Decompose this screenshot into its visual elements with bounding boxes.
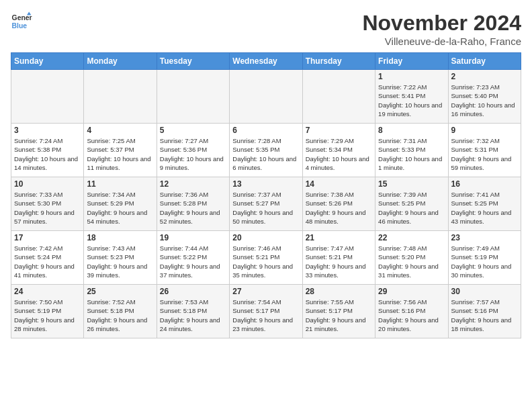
day-cell: 5Sunrise: 7:27 AM Sunset: 5:36 PM Daylig… bbox=[157, 124, 229, 177]
day-info: Sunrise: 7:23 AM Sunset: 5:40 PM Dayligh… bbox=[451, 83, 518, 118]
weekday-header-row: SundayMondayTuesdayWednesdayThursdayFrid… bbox=[11, 53, 521, 70]
day-cell: 29Sunrise: 7:56 AM Sunset: 5:16 PM Dayli… bbox=[375, 285, 448, 338]
day-cell: 23Sunrise: 7:49 AM Sunset: 5:19 PM Dayli… bbox=[448, 231, 521, 285]
day-info: Sunrise: 7:43 AM Sunset: 5:23 PM Dayligh… bbox=[87, 244, 153, 279]
day-number: 15 bbox=[378, 179, 445, 189]
day-number: 6 bbox=[232, 126, 299, 135]
day-cell: 13Sunrise: 7:37 AM Sunset: 5:27 PM Dayli… bbox=[230, 177, 302, 231]
day-number: 26 bbox=[160, 287, 226, 296]
day-number: 27 bbox=[232, 287, 299, 296]
day-cell: 22Sunrise: 7:48 AM Sunset: 5:20 PM Dayli… bbox=[375, 231, 448, 285]
day-cell: 11Sunrise: 7:34 AM Sunset: 5:29 PM Dayli… bbox=[84, 177, 157, 231]
day-number: 11 bbox=[87, 179, 153, 189]
day-cell: 28Sunrise: 7:55 AM Sunset: 5:17 PM Dayli… bbox=[302, 285, 375, 338]
day-cell: 26Sunrise: 7:53 AM Sunset: 5:18 PM Dayli… bbox=[157, 285, 229, 338]
day-info: Sunrise: 7:55 AM Sunset: 5:17 PM Dayligh… bbox=[306, 298, 372, 333]
day-number: 21 bbox=[306, 233, 372, 242]
calendar-table: SundayMondayTuesdayWednesdayThursdayFrid… bbox=[11, 52, 521, 338]
day-info: Sunrise: 7:54 AM Sunset: 5:17 PM Dayligh… bbox=[232, 298, 299, 333]
day-info: Sunrise: 7:31 AM Sunset: 5:33 PM Dayligh… bbox=[378, 136, 445, 172]
day-cell bbox=[230, 70, 302, 124]
day-number: 10 bbox=[14, 179, 81, 189]
day-number: 16 bbox=[451, 179, 518, 189]
day-number: 4 bbox=[87, 126, 153, 135]
day-info: Sunrise: 7:39 AM Sunset: 5:25 PM Dayligh… bbox=[378, 190, 445, 226]
week-row-3: 10Sunrise: 7:33 AM Sunset: 5:30 PM Dayli… bbox=[11, 177, 521, 231]
day-number: 12 bbox=[160, 179, 226, 189]
weekday-header-tuesday: Tuesday bbox=[157, 53, 229, 70]
week-row-2: 3Sunrise: 7:24 AM Sunset: 5:38 PM Daylig… bbox=[11, 124, 521, 177]
day-cell bbox=[157, 70, 229, 124]
day-cell: 3Sunrise: 7:24 AM Sunset: 5:38 PM Daylig… bbox=[11, 124, 84, 177]
day-info: Sunrise: 7:44 AM Sunset: 5:22 PM Dayligh… bbox=[160, 244, 226, 279]
month-title: November 2024 bbox=[362, 11, 521, 36]
day-info: Sunrise: 7:47 AM Sunset: 5:21 PM Dayligh… bbox=[306, 244, 372, 279]
weekday-header-friday: Friday bbox=[375, 53, 448, 70]
day-number: 29 bbox=[378, 287, 445, 296]
day-number: 19 bbox=[160, 233, 226, 242]
day-info: Sunrise: 7:34 AM Sunset: 5:29 PM Dayligh… bbox=[87, 190, 153, 226]
day-info: Sunrise: 7:32 AM Sunset: 5:31 PM Dayligh… bbox=[451, 136, 518, 172]
weekday-header-monday: Monday bbox=[84, 53, 157, 70]
day-number: 5 bbox=[160, 126, 226, 135]
day-cell: 8Sunrise: 7:31 AM Sunset: 5:33 PM Daylig… bbox=[375, 124, 448, 177]
logo: General Blue bbox=[11, 11, 32, 32]
day-info: Sunrise: 7:38 AM Sunset: 5:26 PM Dayligh… bbox=[306, 190, 372, 226]
day-info: Sunrise: 7:25 AM Sunset: 5:37 PM Dayligh… bbox=[87, 136, 153, 172]
svg-text:Blue: Blue bbox=[12, 22, 28, 30]
day-number: 17 bbox=[14, 233, 81, 242]
day-number: 18 bbox=[87, 233, 153, 242]
day-number: 3 bbox=[14, 126, 81, 135]
day-cell: 9Sunrise: 7:32 AM Sunset: 5:31 PM Daylig… bbox=[448, 124, 521, 177]
title-block: November 2024 Villeneuve-de-la-Raho, Fra… bbox=[362, 11, 521, 47]
day-info: Sunrise: 7:37 AM Sunset: 5:27 PM Dayligh… bbox=[232, 190, 299, 226]
day-info: Sunrise: 7:53 AM Sunset: 5:18 PM Dayligh… bbox=[160, 298, 226, 333]
day-info: Sunrise: 7:50 AM Sunset: 5:19 PM Dayligh… bbox=[14, 298, 81, 333]
logo-icon: General Blue bbox=[11, 11, 32, 32]
week-row-1: 1Sunrise: 7:22 AM Sunset: 5:41 PM Daylig… bbox=[11, 70, 521, 124]
day-cell: 15Sunrise: 7:39 AM Sunset: 5:25 PM Dayli… bbox=[375, 177, 448, 231]
day-info: Sunrise: 7:46 AM Sunset: 5:21 PM Dayligh… bbox=[232, 244, 299, 279]
day-cell bbox=[11, 70, 84, 124]
day-number: 22 bbox=[378, 233, 445, 242]
day-number: 14 bbox=[306, 179, 372, 189]
day-number: 9 bbox=[451, 126, 518, 135]
day-info: Sunrise: 7:42 AM Sunset: 5:24 PM Dayligh… bbox=[14, 244, 81, 279]
day-cell: 7Sunrise: 7:29 AM Sunset: 5:34 PM Daylig… bbox=[302, 124, 375, 177]
day-number: 25 bbox=[87, 287, 153, 296]
day-number: 30 bbox=[451, 287, 518, 296]
day-cell: 21Sunrise: 7:47 AM Sunset: 5:21 PM Dayli… bbox=[302, 231, 375, 285]
day-number: 7 bbox=[306, 126, 372, 135]
day-cell: 10Sunrise: 7:33 AM Sunset: 5:30 PM Dayli… bbox=[11, 177, 84, 231]
day-info: Sunrise: 7:56 AM Sunset: 5:16 PM Dayligh… bbox=[378, 298, 445, 333]
day-number: 1 bbox=[378, 72, 445, 81]
day-cell: 30Sunrise: 7:57 AM Sunset: 5:16 PM Dayli… bbox=[448, 285, 521, 338]
day-info: Sunrise: 7:36 AM Sunset: 5:28 PM Dayligh… bbox=[160, 190, 226, 226]
day-cell: 14Sunrise: 7:38 AM Sunset: 5:26 PM Dayli… bbox=[302, 177, 375, 231]
day-cell: 17Sunrise: 7:42 AM Sunset: 5:24 PM Dayli… bbox=[11, 231, 84, 285]
day-info: Sunrise: 7:29 AM Sunset: 5:34 PM Dayligh… bbox=[306, 136, 372, 172]
weekday-header-wednesday: Wednesday bbox=[230, 53, 302, 70]
day-info: Sunrise: 7:24 AM Sunset: 5:38 PM Dayligh… bbox=[14, 136, 81, 172]
svg-text:General: General bbox=[12, 14, 32, 21]
day-cell: 2Sunrise: 7:23 AM Sunset: 5:40 PM Daylig… bbox=[448, 70, 521, 124]
day-number: 13 bbox=[232, 179, 299, 189]
day-info: Sunrise: 7:52 AM Sunset: 5:18 PM Dayligh… bbox=[87, 298, 153, 333]
svg-marker-2 bbox=[27, 12, 31, 15]
location: Villeneuve-de-la-Raho, France bbox=[362, 36, 521, 47]
day-cell: 16Sunrise: 7:41 AM Sunset: 5:25 PM Dayli… bbox=[448, 177, 521, 231]
day-number: 28 bbox=[306, 287, 372, 296]
day-cell: 20Sunrise: 7:46 AM Sunset: 5:21 PM Dayli… bbox=[230, 231, 302, 285]
day-number: 24 bbox=[14, 287, 81, 296]
day-info: Sunrise: 7:33 AM Sunset: 5:30 PM Dayligh… bbox=[14, 190, 81, 226]
day-info: Sunrise: 7:49 AM Sunset: 5:19 PM Dayligh… bbox=[451, 244, 518, 279]
week-row-4: 17Sunrise: 7:42 AM Sunset: 5:24 PM Dayli… bbox=[11, 231, 521, 285]
day-cell: 4Sunrise: 7:25 AM Sunset: 5:37 PM Daylig… bbox=[84, 124, 157, 177]
day-cell: 27Sunrise: 7:54 AM Sunset: 5:17 PM Dayli… bbox=[230, 285, 302, 338]
day-number: 8 bbox=[378, 126, 445, 135]
day-info: Sunrise: 7:27 AM Sunset: 5:36 PM Dayligh… bbox=[160, 136, 226, 172]
weekday-header-sunday: Sunday bbox=[11, 53, 84, 70]
day-info: Sunrise: 7:41 AM Sunset: 5:25 PM Dayligh… bbox=[451, 190, 518, 226]
day-cell bbox=[302, 70, 375, 124]
day-cell: 12Sunrise: 7:36 AM Sunset: 5:28 PM Dayli… bbox=[157, 177, 229, 231]
